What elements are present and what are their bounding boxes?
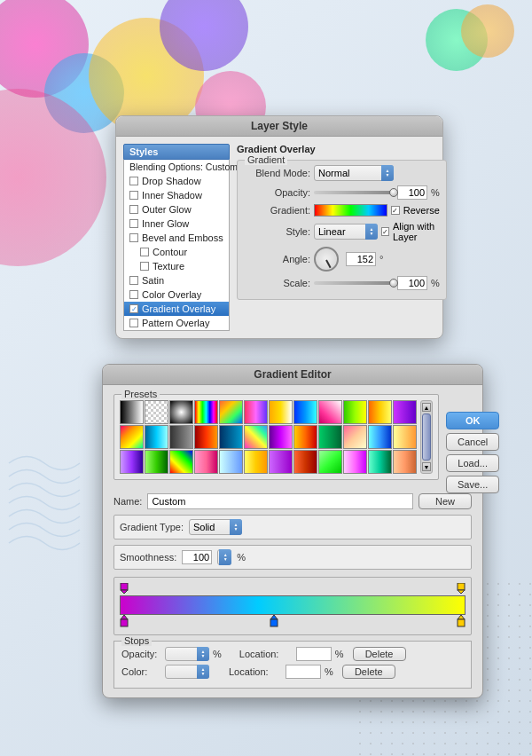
gradient-bar[interactable] xyxy=(120,595,466,615)
preset-swatch-33[interactable] xyxy=(318,450,342,474)
sidebar-item-pattern-overlay[interactable]: Pattern Overlay xyxy=(124,316,229,330)
new-button[interactable]: New xyxy=(419,493,472,509)
scale-input[interactable] xyxy=(397,276,427,290)
scale-slider-track[interactable] xyxy=(314,281,394,285)
save-button[interactable]: Save... xyxy=(446,476,499,493)
sidebar-item-gradient-overlay[interactable]: Gradient Overlay xyxy=(124,302,229,316)
presets-grid-wrapper: ▲ ▼ xyxy=(120,400,433,474)
inner-shadow-checkbox[interactable] xyxy=(129,191,138,200)
opacity-stop-left[interactable] xyxy=(120,583,129,595)
scroll-thumb[interactable] xyxy=(422,413,431,461)
inner-glow-checkbox[interactable] xyxy=(129,219,138,228)
preset-swatch-24[interactable] xyxy=(393,425,417,449)
preset-swatch-36[interactable] xyxy=(393,450,417,474)
color-stop-left[interactable] xyxy=(119,615,129,629)
preset-swatch-10[interactable] xyxy=(343,400,367,424)
opacity-slider-thumb[interactable] xyxy=(389,188,398,197)
preset-swatch-27[interactable] xyxy=(169,450,193,474)
preset-swatch-3[interactable] xyxy=(169,400,193,424)
preset-swatch-22[interactable] xyxy=(343,425,367,449)
sidebar-item-inner-glow[interactable]: Inner Glow xyxy=(124,217,229,231)
sidebar-item-satin[interactable]: Satin xyxy=(124,273,229,287)
angle-dial[interactable] xyxy=(314,247,339,272)
cancel-button[interactable]: Cancel xyxy=(446,433,499,451)
preset-swatch-20[interactable] xyxy=(293,425,317,449)
load-button[interactable]: Load... xyxy=(446,454,499,472)
opacity-stop-right[interactable] xyxy=(457,583,466,595)
color-stop-middle[interactable] xyxy=(269,615,279,629)
preset-swatch-9[interactable] xyxy=(318,400,342,424)
preset-swatch-25[interactable] xyxy=(120,450,144,474)
sidebar-item-blending[interactable]: Blending Options: Custom xyxy=(124,160,229,174)
drop-shadow-checkbox[interactable] xyxy=(129,177,138,185)
preset-swatch-28[interactable] xyxy=(194,450,218,474)
sidebar-item-contour[interactable]: Contour xyxy=(124,245,229,259)
sidebar-item-outer-glow[interactable]: Outer Glow xyxy=(124,202,229,217)
sidebar-item-inner-shadow[interactable]: Inner Shadow xyxy=(124,188,229,202)
preset-swatch-29[interactable] xyxy=(219,450,243,474)
sidebar-item-label: Outer Glow xyxy=(142,204,192,215)
texture-checkbox[interactable] xyxy=(140,262,149,271)
smoothness-input[interactable] xyxy=(182,550,212,564)
name-input[interactable] xyxy=(147,493,413,509)
sidebar-item-texture[interactable]: Texture xyxy=(124,259,229,273)
preset-swatch-15[interactable] xyxy=(169,425,193,449)
preset-swatch-17[interactable] xyxy=(219,425,243,449)
preset-swatch-18[interactable] xyxy=(244,425,268,449)
preset-swatch-2[interactable] xyxy=(145,400,168,424)
presets-scrollbar[interactable]: ▲ ▼ xyxy=(420,400,433,474)
outer-glow-checkbox[interactable] xyxy=(129,205,138,214)
scroll-up-arrow[interactable]: ▲ xyxy=(422,403,431,412)
opacity-input[interactable] xyxy=(397,185,427,200)
preset-swatch-31[interactable] xyxy=(269,450,293,474)
color-stop-value-select[interactable] xyxy=(165,665,209,679)
preset-swatch-8[interactable] xyxy=(293,400,317,424)
color-stop-right[interactable] xyxy=(456,615,466,629)
satin-checkbox[interactable] xyxy=(129,276,138,285)
sidebar-item-bevel-emboss[interactable]: Bevel and Emboss xyxy=(124,231,229,245)
preset-swatch-19[interactable] xyxy=(269,425,293,449)
preset-swatch-6[interactable] xyxy=(244,400,268,424)
pattern-overlay-checkbox[interactable] xyxy=(129,319,138,327)
contour-checkbox[interactable] xyxy=(140,248,149,256)
style-select[interactable]: Linear xyxy=(314,224,378,240)
color-overlay-checkbox[interactable] xyxy=(129,290,138,299)
bevel-emboss-checkbox[interactable] xyxy=(129,233,138,242)
sidebar-item-label: Pattern Overlay xyxy=(142,318,209,328)
scroll-down-arrow[interactable]: ▼ xyxy=(422,462,431,471)
preset-swatch-12[interactable] xyxy=(393,400,417,424)
gradient-preview[interactable] xyxy=(314,204,387,217)
smoothness-select[interactable] xyxy=(217,549,231,565)
preset-swatch-13[interactable] xyxy=(120,425,144,449)
preset-swatch-26[interactable] xyxy=(145,450,168,474)
sidebar-item-drop-shadow[interactable]: Drop Shadow xyxy=(124,174,229,188)
preset-swatch-11[interactable] xyxy=(368,400,392,424)
color-location-input[interactable] xyxy=(286,665,321,679)
align-layer-checkbox[interactable] xyxy=(381,227,389,236)
opacity-stop-value-select[interactable] xyxy=(165,647,209,661)
preset-swatch-21[interactable] xyxy=(318,425,342,449)
preset-swatch-32[interactable] xyxy=(293,450,317,474)
gradient-overlay-checkbox[interactable] xyxy=(129,304,138,313)
preset-swatch-30[interactable] xyxy=(244,450,268,474)
preset-swatch-5[interactable] xyxy=(219,400,243,424)
opacity-delete-button[interactable]: Delete xyxy=(353,647,406,661)
preset-swatch-4[interactable] xyxy=(194,400,218,424)
preset-swatch-14[interactable] xyxy=(145,425,168,449)
preset-swatch-1[interactable] xyxy=(120,400,144,424)
preset-swatch-16[interactable] xyxy=(194,425,218,449)
ok-button[interactable]: OK xyxy=(446,412,499,429)
preset-swatch-23[interactable] xyxy=(368,425,392,449)
opacity-location-input[interactable] xyxy=(296,647,332,661)
color-delete-button[interactable]: Delete xyxy=(342,665,395,679)
opacity-slider-track[interactable] xyxy=(314,191,394,194)
scale-slider-thumb[interactable] xyxy=(389,279,398,287)
gradient-type-select[interactable]: Solid xyxy=(189,519,242,535)
preset-swatch-7[interactable] xyxy=(269,400,293,424)
sidebar-item-color-overlay[interactable]: Color Overlay xyxy=(124,287,229,302)
reverse-checkbox[interactable] xyxy=(391,206,400,215)
preset-swatch-35[interactable] xyxy=(368,450,392,474)
angle-input[interactable] xyxy=(346,252,376,266)
preset-swatch-34[interactable] xyxy=(343,450,367,474)
blend-mode-select[interactable]: Normal xyxy=(314,165,394,181)
